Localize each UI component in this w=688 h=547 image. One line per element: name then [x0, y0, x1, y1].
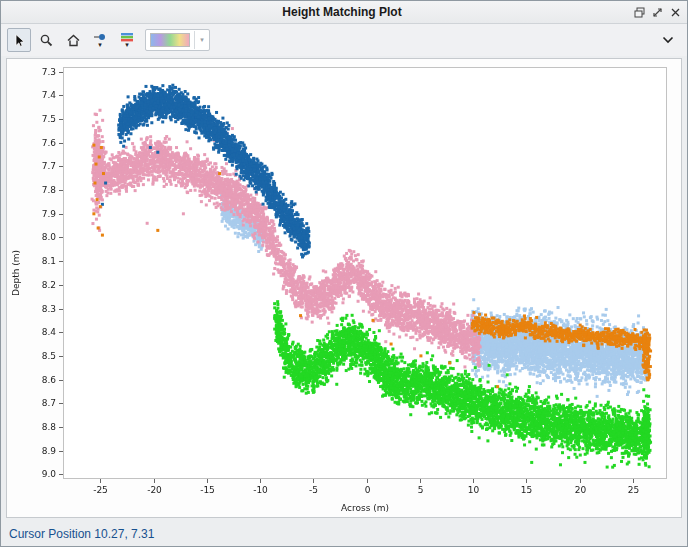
color-by-dropdown-button[interactable]: ▾	[115, 27, 139, 53]
home-view-button[interactable]	[61, 28, 85, 52]
close-button[interactable]	[667, 4, 683, 20]
collapse-toolbar-button[interactable]	[655, 28, 681, 52]
maximize-button[interactable]	[649, 4, 665, 20]
chevron-down-icon: ▾	[98, 42, 102, 48]
title-bar[interactable]: Height Matching Plot	[1, 1, 687, 24]
float-window-icon	[634, 7, 645, 18]
plot-canvas[interactable]	[7, 59, 681, 517]
point-style-dropdown-button[interactable]: ▾	[88, 27, 112, 53]
window-title: Height Matching Plot	[59, 5, 625, 19]
magnifier-icon	[39, 33, 54, 48]
height-matching-plot-window: Height Matching Plot	[0, 0, 688, 547]
home-icon	[66, 33, 81, 48]
plot-area	[6, 58, 682, 518]
status-bar: Cursor Position 10.27, 7.31	[1, 522, 687, 546]
close-icon	[670, 7, 681, 18]
chevron-down-icon: ▾	[194, 31, 209, 49]
chevron-down-icon	[662, 36, 674, 44]
colormap-select[interactable]: ▾	[145, 29, 210, 51]
zoom-tool-button[interactable]	[34, 28, 58, 52]
chevron-down-icon: ▾	[125, 42, 129, 48]
pointer-tool-button[interactable]	[7, 28, 31, 52]
cursor-arrow-icon	[12, 33, 27, 48]
colormap-gradient-swatch	[150, 33, 190, 47]
titlebar-buttons	[625, 4, 687, 20]
cursor-position-label: Cursor Position 10.27, 7.31	[9, 527, 154, 541]
maximize-icon	[652, 7, 663, 18]
plot-toolbar: ▾ ▾ ▾	[1, 24, 687, 56]
float-window-button[interactable]	[631, 4, 647, 20]
